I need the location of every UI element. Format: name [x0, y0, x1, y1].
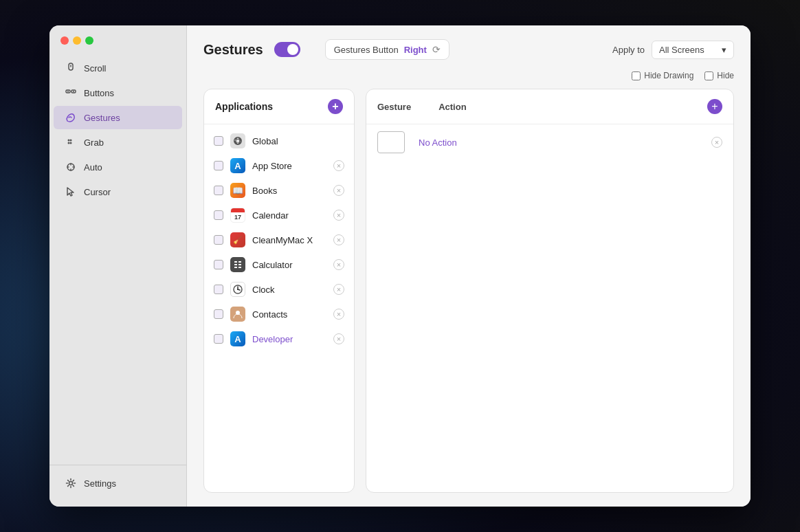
remove-app-button[interactable]: × — [333, 234, 344, 245]
list-item[interactable]: 📖 Books × — [204, 178, 354, 203]
list-item[interactable]: A App Store × — [204, 153, 354, 178]
window-controls — [49, 36, 186, 56]
remove-gesture-button[interactable]: × — [711, 137, 722, 148]
svg-point-9 — [70, 142, 72, 144]
cursor-icon — [65, 186, 77, 198]
app-name: Calculator — [252, 260, 326, 270]
app-name: Developer — [252, 334, 326, 344]
drag-handle — [214, 334, 223, 344]
hide-input[interactable] — [704, 71, 713, 80]
app-icon-global — [230, 133, 245, 148]
main-content: Gestures Gestures Button Right ⟳ Apply t… — [187, 25, 751, 507]
svg-rect-12 — [234, 261, 237, 263]
auto-icon — [65, 161, 77, 173]
app-name: Global — [252, 136, 344, 146]
app-icon-cleanmymac: 🧹 — [230, 232, 245, 247]
svg-rect-15 — [238, 264, 241, 265]
sidebar-item-auto[interactable]: Auto — [54, 155, 182, 179]
header: Gestures Gestures Button Right ⟳ Apply t… — [203, 39, 734, 60]
svg-point-6 — [68, 140, 70, 142]
action-column-header: Action — [438, 102, 680, 112]
app-icon-developer: A — [230, 331, 245, 346]
applications-panel-header: Applications + — [204, 89, 354, 124]
buttons-icon — [65, 87, 77, 99]
app-name: Calendar — [252, 210, 326, 221]
remove-app-button[interactable]: × — [333, 210, 344, 221]
svg-point-7 — [70, 140, 72, 142]
list-item[interactable]: Calculator × — [204, 252, 354, 277]
close-button[interactable] — [60, 36, 69, 45]
apply-to-section: Apply to All Screens ▾ — [612, 41, 734, 59]
app-name: Books — [252, 186, 326, 196]
hide-drawing-input[interactable] — [632, 71, 641, 80]
app-name: Contacts — [252, 309, 326, 320]
drag-handle — [214, 136, 223, 146]
app-icon-calculator — [230, 257, 245, 272]
gestures-toggle[interactable] — [274, 42, 300, 57]
remove-app-button[interactable]: × — [333, 259, 344, 270]
content-area: Applications + Global — [203, 89, 734, 493]
app-icon-contacts — [230, 307, 245, 322]
sidebar-item-label: Scroll — [84, 63, 107, 74]
sidebar-item-scroll[interactable]: Scroll — [54, 56, 182, 80]
gestures-button-value: Right — [404, 45, 427, 55]
svg-point-8 — [68, 142, 70, 144]
svg-point-5 — [73, 91, 74, 92]
minimize-button[interactable] — [73, 36, 81, 45]
remove-app-button[interactable]: × — [333, 309, 344, 320]
hide-drawing-checkbox[interactable]: Hide Drawing — [632, 71, 693, 80]
add-gesture-button[interactable]: + — [707, 99, 722, 114]
sidebar-item-buttons[interactable]: Buttons — [54, 81, 182, 104]
sidebar-item-label: Buttons — [84, 88, 114, 98]
app-name: Clock — [252, 285, 326, 295]
gestures-button-selector[interactable]: Gestures Button Right ⟳ — [325, 39, 449, 60]
svg-rect-17 — [238, 267, 241, 268]
remove-app-button[interactable]: × — [333, 185, 344, 196]
settings-icon — [65, 477, 77, 489]
action-label: No Action — [419, 137, 698, 148]
sidebar-bottom: Settings — [49, 465, 186, 496]
remove-app-button[interactable]: × — [333, 160, 344, 171]
svg-point-21 — [237, 289, 238, 290]
drag-handle — [214, 161, 223, 170]
list-item[interactable]: 🧹 CleanMyMac X × — [204, 228, 354, 252]
page-title: Gestures — [203, 42, 263, 58]
gesture-row: No Action × — [366, 124, 733, 160]
applications-panel-title: Applications — [215, 101, 273, 112]
sidebar-item-cursor[interactable]: Cursor — [54, 180, 182, 203]
list-item[interactable]: 17 Calendar × — [204, 203, 354, 228]
refresh-icon[interactable]: ⟳ — [432, 44, 441, 55]
remove-app-button[interactable]: × — [333, 284, 344, 295]
drag-handle — [214, 309, 223, 319]
app-name: App Store — [252, 161, 326, 171]
sidebar-item-grab[interactable]: Grab — [54, 131, 182, 154]
apply-to-dropdown[interactable]: All Screens ▾ — [652, 41, 734, 59]
gesture-panel: Gesture Action + No Action × — [366, 89, 734, 493]
hide-label: Hide — [717, 71, 734, 80]
maximize-button[interactable] — [85, 36, 93, 45]
drag-handle — [214, 285, 223, 294]
drag-handle — [214, 260, 223, 269]
app-name: CleanMyMac X — [252, 235, 326, 245]
hide-drawing-label: Hide Drawing — [644, 71, 693, 80]
apply-to-label: Apply to — [612, 45, 645, 55]
app-icon-calendar: 17 — [230, 208, 245, 223]
list-item[interactable]: Global — [204, 129, 354, 153]
add-application-button[interactable]: + — [328, 99, 343, 114]
sidebar-item-label: Grab — [84, 137, 104, 148]
gesture-panel-header: Gesture Action + — [366, 89, 733, 124]
sidebar: Scroll Buttons Gestures — [49, 25, 187, 507]
list-item[interactable]: Contacts × — [204, 302, 354, 326]
drag-handle — [214, 210, 223, 220]
sub-header: Hide Drawing Hide — [203, 71, 734, 80]
sidebar-item-gestures[interactable]: Gestures — [54, 106, 182, 129]
hide-checkbox[interactable]: Hide — [704, 71, 734, 80]
main-window: Scroll Buttons Gestures — [49, 25, 751, 507]
sidebar-item-label: Auto — [84, 162, 102, 173]
svg-point-4 — [67, 91, 69, 92]
list-item[interactable]: A Developer × — [204, 326, 354, 351]
list-item[interactable]: Clock × — [204, 277, 354, 302]
remove-app-button[interactable]: × — [333, 333, 344, 344]
sidebar-item-settings[interactable]: Settings — [54, 472, 182, 495]
app-icon-books: 📖 — [230, 183, 245, 198]
